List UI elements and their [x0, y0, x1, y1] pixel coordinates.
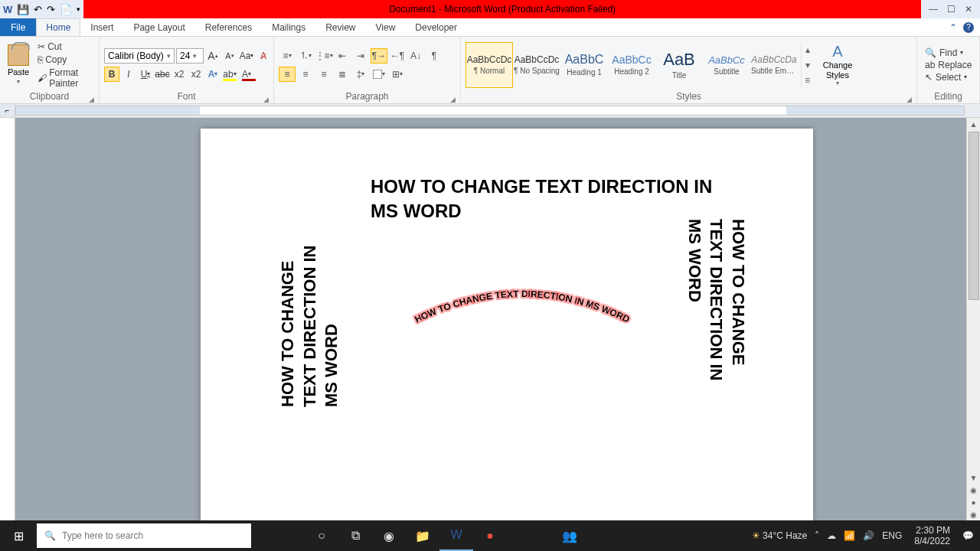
- file-tab[interactable]: File: [0, 18, 36, 36]
- browse-object-icon[interactable]: ●: [967, 496, 980, 508]
- notifications-icon[interactable]: 💬: [962, 530, 974, 541]
- subscript-button[interactable]: x2: [172, 67, 187, 82]
- search-icon: 🔍: [44, 530, 56, 541]
- bullets-button[interactable]: ≡▾: [279, 48, 296, 64]
- save-icon[interactable]: 💾: [17, 4, 29, 15]
- line-spacing-button[interactable]: ‡▾: [352, 67, 369, 82]
- chrome-icon[interactable]: ◉: [372, 520, 406, 551]
- style-heading-1[interactable]: AaBbCHeading 1: [560, 42, 608, 88]
- style-subtle-emp-[interactable]: AaBbCcDaSubtle Emp...: [750, 42, 798, 88]
- rtl-direction-button[interactable]: ←¶: [389, 48, 406, 64]
- highlight-button[interactable]: ab▾: [222, 67, 237, 82]
- paste-button[interactable]: Paste ▾: [5, 43, 32, 86]
- select-button[interactable]: ↖Select▾: [925, 72, 972, 83]
- cut-button[interactable]: ✂Cut: [35, 41, 94, 53]
- task-view-icon[interactable]: ⧉: [338, 520, 372, 551]
- font-size-combo[interactable]: 24▾: [176, 48, 204, 64]
- clear-formatting-button[interactable]: A̷: [256, 48, 271, 64]
- multilevel-list-button[interactable]: ⋮≡▾: [315, 48, 332, 64]
- tab-references[interactable]: References: [195, 18, 262, 36]
- style-title[interactable]: AaBTitle: [655, 42, 703, 88]
- borders-button[interactable]: ⊞▾: [389, 67, 406, 82]
- prev-page-icon[interactable]: ◉: [967, 484, 980, 496]
- copy-button[interactable]: ⎘Copy: [35, 54, 94, 66]
- tab-home[interactable]: Home: [36, 18, 80, 36]
- qat-dropdown-icon[interactable]: ▾: [77, 5, 80, 13]
- shrink-font-button[interactable]: A▾: [222, 48, 237, 64]
- tab-selector[interactable]: ⌐: [0, 104, 15, 117]
- redo-icon[interactable]: ↷: [47, 4, 55, 15]
- close-button[interactable]: ✕: [965, 4, 972, 15]
- weather-widget[interactable]: ☀ 34°C Haze: [752, 530, 808, 541]
- numbering-button[interactable]: ⒈▾: [297, 48, 314, 64]
- change-styles-button[interactable]: A Change Styles ▾: [816, 43, 859, 86]
- volume-icon[interactable]: 🔊: [863, 530, 874, 541]
- text-effects-button[interactable]: A▾: [205, 67, 220, 82]
- font-dialog-launcher[interactable]: ◢: [263, 96, 269, 103]
- superscript-button[interactable]: x2: [188, 67, 204, 82]
- file-explorer-icon[interactable]: 📁: [406, 520, 439, 551]
- document-area[interactable]: HOW TO CHANGE TEXT DIRECTION IN MS WORD …: [15, 118, 980, 520]
- maximize-button[interactable]: ☐: [947, 4, 956, 15]
- grow-font-button[interactable]: A▴: [205, 48, 220, 64]
- ltr-direction-button[interactable]: ¶→: [371, 48, 387, 64]
- styles-dialog-launcher[interactable]: ◢: [906, 96, 912, 103]
- tab-page-layout[interactable]: Page Layout: [123, 18, 194, 36]
- font-name-combo[interactable]: Calibri (Body)▾: [104, 48, 175, 64]
- tab-review[interactable]: Review: [315, 18, 365, 36]
- change-case-button[interactable]: Aa▾: [239, 48, 254, 64]
- underline-button[interactable]: U▾: [138, 67, 153, 82]
- styles-gallery-more[interactable]: ▴▾≡: [801, 42, 813, 88]
- tab-developer[interactable]: Developer: [405, 18, 467, 36]
- language-indicator[interactable]: ENG: [882, 530, 902, 541]
- start-button[interactable]: ⊞: [0, 520, 37, 551]
- paste-dropdown-icon[interactable]: ▾: [17, 78, 20, 85]
- tab-view[interactable]: View: [366, 18, 406, 36]
- paragraph-dialog-launcher[interactable]: ◢: [450, 96, 456, 103]
- decrease-indent-button[interactable]: ⇤: [334, 48, 351, 64]
- scrollbar-thumb[interactable]: [969, 132, 979, 300]
- recording-icon[interactable]: ●: [473, 520, 507, 551]
- increase-indent-button[interactable]: ⇥: [352, 48, 369, 64]
- minimize-ribbon-icon[interactable]: ⌃: [949, 22, 957, 33]
- replace-button[interactable]: abReplace: [925, 60, 972, 70]
- show-marks-button[interactable]: ¶: [426, 48, 443, 64]
- tab-mailings[interactable]: Mailings: [262, 18, 315, 36]
- network-icon[interactable]: 📶: [844, 530, 855, 541]
- horizontal-ruler[interactable]: [15, 106, 965, 116]
- align-right-button[interactable]: ≡: [315, 67, 332, 82]
- italic-button[interactable]: I: [121, 67, 136, 82]
- style-heading-2[interactable]: AaBbCcHeading 2: [608, 42, 655, 88]
- strikethrough-button[interactable]: abc: [155, 67, 170, 82]
- find-button[interactable]: 🔍Find▾: [925, 47, 972, 58]
- bold-button[interactable]: B: [104, 67, 119, 82]
- taskbar-search[interactable]: 🔍 Type here to search: [37, 523, 251, 548]
- sort-button[interactable]: A↓: [407, 48, 424, 64]
- next-page-icon[interactable]: ◉: [967, 508, 980, 520]
- qat-item-icon[interactable]: 📄: [60, 4, 72, 15]
- tray-chevron-icon[interactable]: ˄: [815, 530, 819, 541]
- help-icon[interactable]: ?: [963, 22, 974, 33]
- scroll-down-icon[interactable]: ▼: [967, 471, 980, 484]
- vertical-scrollbar[interactable]: ▲ ▼ ◉ ● ◉: [966, 118, 980, 520]
- taskbar-clock[interactable]: 2:30 PM 8/4/2022: [910, 525, 955, 547]
- clipboard-dialog-launcher[interactable]: ◢: [89, 96, 94, 103]
- onedrive-icon[interactable]: ☁: [827, 530, 836, 541]
- align-left-button[interactable]: ≡: [279, 67, 296, 82]
- format-painter-button[interactable]: 🖌Format Painter: [35, 67, 94, 90]
- scroll-up-icon[interactable]: ▲: [967, 118, 980, 130]
- align-center-button[interactable]: ≡: [297, 67, 314, 82]
- font-color-button[interactable]: A▾: [239, 67, 254, 82]
- tab-insert[interactable]: Insert: [80, 18, 123, 36]
- shading-button[interactable]: ▾: [371, 67, 387, 82]
- vertical-ruler[interactable]: [0, 118, 15, 520]
- style-subtitle[interactable]: AaBbCcSubtitle: [703, 42, 750, 88]
- word-taskbar-icon[interactable]: W: [439, 520, 473, 551]
- undo-icon[interactable]: ↶: [34, 4, 42, 15]
- minimize-button[interactable]: —: [929, 4, 938, 15]
- people-icon[interactable]: 👥: [553, 520, 586, 551]
- cortana-icon[interactable]: ○: [305, 520, 338, 551]
- justify-button[interactable]: ≣: [334, 67, 351, 82]
- style--no-spacing[interactable]: AaBbCcDc¶ No Spacing: [513, 42, 560, 88]
- style--normal[interactable]: AaBbCcDc¶ Normal: [466, 42, 513, 88]
